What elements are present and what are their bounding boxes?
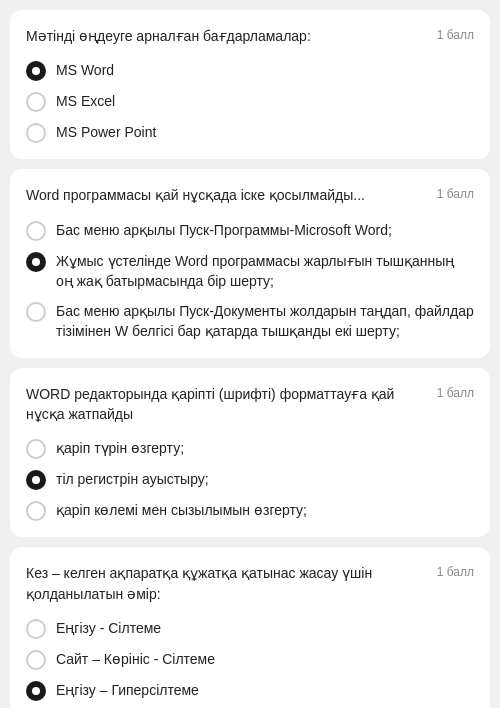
radio-q3a3[interactable] — [26, 501, 46, 521]
option-q3a2[interactable]: тіл регистрін ауыстыру; — [26, 469, 474, 490]
question-header-q4: Кез – келген ақпаратқа құжатқа қатынас ж… — [26, 563, 474, 604]
option-label-q1a3: MS Power Point — [56, 122, 156, 142]
options-q3: қаріп түрін өзгерту;тіл регистрін ауысты… — [26, 438, 474, 521]
quiz-page: Мәтінді өңдеуге арналған бағдарламалар:1… — [0, 0, 500, 708]
option-label-q4a3: Еңгізу – Гиперсілтеме — [56, 680, 199, 700]
radio-q2a2[interactable] — [26, 252, 46, 272]
option-q3a1[interactable]: қаріп түрін өзгерту; — [26, 438, 474, 459]
radio-q1a3[interactable] — [26, 123, 46, 143]
option-q4a2[interactable]: Сайт – Көрініс - Сілтеме — [26, 649, 474, 670]
option-q1a3[interactable]: MS Power Point — [26, 122, 474, 143]
radio-q1a2[interactable] — [26, 92, 46, 112]
question-header-q2: Word программасы қай нұсқада іске қосылм… — [26, 185, 474, 205]
option-label-q1a1: MS Word — [56, 60, 114, 80]
options-q2: Бас меню арқылы Пуск-Программы-Microsoft… — [26, 220, 474, 342]
question-text-q3: WORD редакторында қаріпті (шрифті) форма… — [26, 384, 437, 425]
option-label-q4a2: Сайт – Көрініс - Сілтеме — [56, 649, 215, 669]
option-label-q2a2: Жұмыс үстелінде Word программасы жарлығы… — [56, 251, 474, 292]
score-badge-q3: 1 балл — [437, 386, 474, 400]
radio-q4a2[interactable] — [26, 650, 46, 670]
radio-q2a3[interactable] — [26, 302, 46, 322]
radio-q1a1[interactable] — [26, 61, 46, 81]
question-header-q3: WORD редакторында қаріпті (шрифті) форма… — [26, 384, 474, 425]
radio-q3a2[interactable] — [26, 470, 46, 490]
radio-q4a3[interactable] — [26, 681, 46, 701]
option-q1a1[interactable]: MS Word — [26, 60, 474, 81]
question-text-q1: Мәтінді өңдеуге арналған бағдарламалар: — [26, 26, 437, 46]
question-card-q4: Кез – келген ақпаратқа құжатқа қатынас ж… — [10, 547, 490, 708]
score-badge-q4: 1 балл — [437, 565, 474, 579]
option-label-q4a1: Еңгізу - Сілтеме — [56, 618, 161, 638]
option-label-q2a3: Бас меню арқылы Пуск-Документы жолдарын … — [56, 301, 474, 342]
question-text-q4: Кез – келген ақпаратқа құжатқа қатынас ж… — [26, 563, 437, 604]
option-label-q2a1: Бас меню арқылы Пуск-Программы-Microsoft… — [56, 220, 392, 240]
option-q4a3[interactable]: Еңгізу – Гиперсілтеме — [26, 680, 474, 701]
option-q2a2[interactable]: Жұмыс үстелінде Word программасы жарлығы… — [26, 251, 474, 292]
score-badge-q1: 1 балл — [437, 28, 474, 42]
option-q4a1[interactable]: Еңгізу - Сілтеме — [26, 618, 474, 639]
score-badge-q2: 1 балл — [437, 187, 474, 201]
radio-q2a1[interactable] — [26, 221, 46, 241]
option-label-q1a2: MS Excel — [56, 91, 115, 111]
option-q2a3[interactable]: Бас меню арқылы Пуск-Документы жолдарын … — [26, 301, 474, 342]
options-q4: Еңгізу - СілтемеСайт – Көрініс - Сілтеме… — [26, 618, 474, 701]
option-q3a3[interactable]: қаріп көлемі мен сызылымын өзгерту; — [26, 500, 474, 521]
radio-q4a1[interactable] — [26, 619, 46, 639]
option-label-q3a1: қаріп түрін өзгерту; — [56, 438, 184, 458]
radio-q3a1[interactable] — [26, 439, 46, 459]
option-label-q3a2: тіл регистрін ауыстыру; — [56, 469, 209, 489]
question-header-q1: Мәтінді өңдеуге арналған бағдарламалар:1… — [26, 26, 474, 46]
option-q1a2[interactable]: MS Excel — [26, 91, 474, 112]
question-card-q1: Мәтінді өңдеуге арналған бағдарламалар:1… — [10, 10, 490, 159]
question-text-q2: Word программасы қай нұсқада іске қосылм… — [26, 185, 437, 205]
options-q1: MS WordMS ExcelMS Power Point — [26, 60, 474, 143]
question-card-q2: Word программасы қай нұсқада іске қосылм… — [10, 169, 490, 357]
option-label-q3a3: қаріп көлемі мен сызылымын өзгерту; — [56, 500, 307, 520]
option-q2a1[interactable]: Бас меню арқылы Пуск-Программы-Microsoft… — [26, 220, 474, 241]
question-card-q3: WORD редакторында қаріпті (шрифті) форма… — [10, 368, 490, 538]
